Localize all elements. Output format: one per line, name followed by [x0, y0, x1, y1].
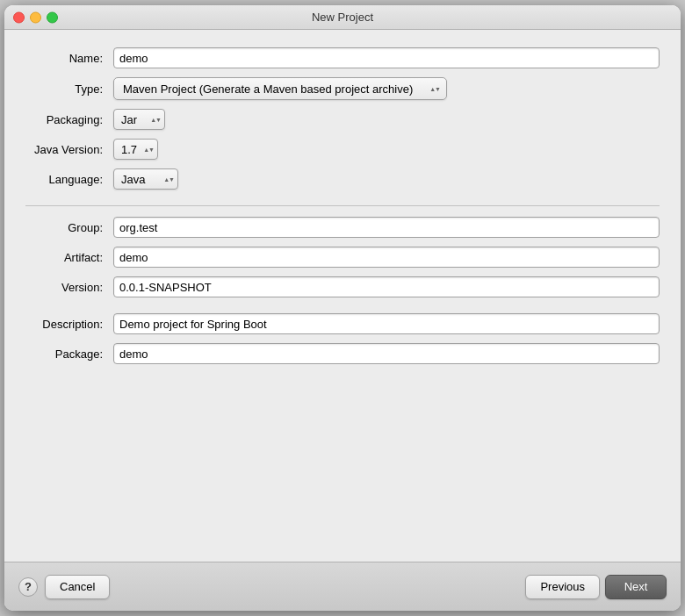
close-button[interactable] [13, 11, 25, 23]
help-button[interactable]: ? [18, 577, 38, 597]
name-label: Name: [25, 52, 113, 65]
version-label: Version: [25, 281, 113, 294]
footer: ? Cancel Previous Next [4, 562, 681, 611]
maximize-button[interactable] [47, 11, 58, 23]
name-row: Name: [25, 47, 660, 68]
language-select[interactable]: Java Kotlin Groovy [113, 168, 178, 190]
packaging-row: Packaging: Jar War Pom [25, 109, 660, 130]
type-row: Type: Maven Project (Generate a Maven ba… [25, 77, 660, 100]
window-title: New Project [312, 11, 373, 24]
traffic-lights [13, 11, 58, 23]
description-input[interactable] [113, 313, 660, 334]
packaging-label: Packaging: [25, 113, 113, 126]
package-row: Package: [25, 343, 660, 364]
java-version-select-wrapper: 1.7 1.8 11 17 [113, 139, 158, 160]
previous-button[interactable]: Previous [525, 575, 600, 599]
language-select-wrapper: Java Kotlin Groovy [113, 168, 178, 190]
group-label: Group: [25, 221, 113, 234]
next-button[interactable]: Next [605, 575, 667, 599]
java-version-row: Java Version: 1.7 1.8 11 17 [25, 139, 660, 160]
packaging-select[interactable]: Jar War Pom [113, 109, 165, 130]
version-row: Version: [25, 276, 660, 297]
java-version-label: Java Version: [25, 143, 113, 156]
group-input[interactable] [113, 217, 660, 238]
name-input[interactable] [113, 47, 660, 68]
language-row: Language: Java Kotlin Groovy [25, 168, 660, 190]
dialog-window: New Project Name: Type: Maven Project (G… [4, 5, 681, 611]
language-label: Language: [25, 173, 113, 186]
artifact-row: Artifact: [25, 247, 660, 268]
type-select-wrapper: Maven Project (Generate a Maven based pr… [113, 77, 447, 100]
divider [25, 205, 660, 206]
artifact-label: Artifact: [25, 251, 113, 264]
form-content: Name: Type: Maven Project (Generate a Ma… [4, 30, 681, 562]
minimize-button[interactable] [30, 11, 41, 23]
group-row: Group: [25, 217, 660, 238]
footer-left: ? Cancel [18, 575, 110, 599]
description-label: Description: [25, 318, 113, 331]
artifact-input[interactable] [113, 247, 660, 268]
footer-right: Previous Next [525, 575, 667, 599]
titlebar: New Project [4, 5, 681, 30]
package-input[interactable] [113, 343, 660, 364]
package-label: Package: [25, 347, 113, 361]
type-select[interactable]: Maven Project (Generate a Maven based pr… [113, 77, 447, 100]
packaging-select-wrapper: Jar War Pom [113, 109, 165, 130]
version-input[interactable] [113, 276, 660, 297]
type-label: Type: [25, 82, 113, 96]
java-version-select[interactable]: 1.7 1.8 11 17 [113, 139, 158, 160]
description-row: Description: [25, 313, 660, 334]
cancel-button[interactable]: Cancel [45, 575, 110, 599]
